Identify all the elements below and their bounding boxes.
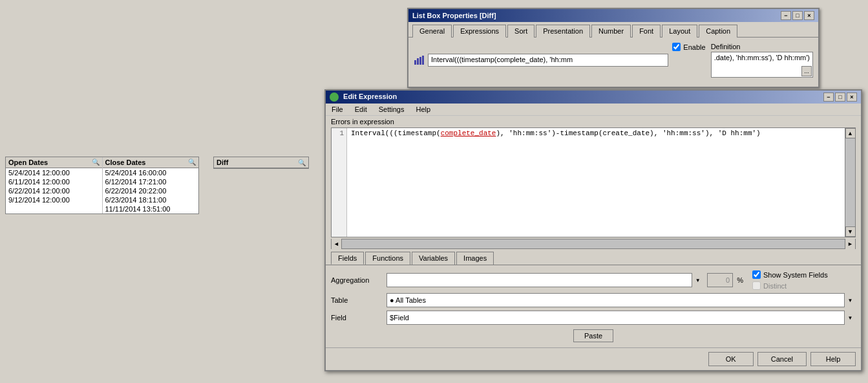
field-label: Field (331, 314, 383, 322)
desktop: Open Dates 🔍 5/24/2014 12:00:00 6/11/201… (0, 0, 868, 383)
edit-expr-titlebar-buttons: − □ × (823, 93, 857, 102)
expression-editor[interactable]: 1 Interval(((timestamp(complete_date), '… (331, 127, 856, 237)
definition-section: Definition .date), 'hh:mm:ss'), 'D hh:mm… (711, 43, 813, 78)
edit-expr-menubar: File Edit Settings Help (326, 104, 861, 116)
edit-expression-dialog: Edit Expression − □ × File Edit Settings… (324, 89, 862, 371)
menu-settings[interactable]: Settings (377, 105, 407, 114)
enable-section: Enable (672, 43, 705, 51)
tab-expressions[interactable]: Expressions (453, 25, 506, 38)
scroll-h-track[interactable] (342, 239, 845, 248)
distinct-checkbox[interactable] (752, 281, 761, 290)
table-select-wrapper: ● All Tables ▼ (386, 293, 856, 307)
show-system-fields-label: Show System Fields (763, 271, 828, 279)
aggregation-select-wrapper: ▼ (386, 273, 703, 287)
horizontal-scrollbar[interactable]: ◄ ► (331, 239, 856, 249)
diff-panel: Diff 🔍 (213, 157, 309, 169)
definition-text: .date), 'hh:mm:ss'), 'D hh:mm') (714, 54, 810, 61)
aggregation-label: Aggregation (331, 276, 383, 284)
tab-images[interactable]: Images (456, 252, 494, 265)
line-numbers: 1 (332, 128, 347, 237)
chart-icon (414, 55, 424, 65)
field-select[interactable]: $Field (386, 311, 856, 325)
expression-code[interactable]: Interval(((timestamp(complete_date), 'hh… (347, 128, 845, 237)
listbox-min-button[interactable]: − (781, 11, 791, 20)
edit-expr-max-button[interactable]: □ (835, 93, 845, 102)
open-dates-list: 5/24/2014 12:00:00 6/11/2014 12:00:00 6/… (6, 168, 102, 204)
diff-search-icon[interactable]: 🔍 (298, 159, 306, 166)
menu-file[interactable]: File (330, 105, 345, 114)
listbox-titlebar: List Box Properties [Diff] − □ × (408, 9, 818, 22)
definition-box: .date), 'hh:mm:ss'), 'D hh:mm') ... (711, 52, 813, 78)
edit-expr-close-button[interactable]: × (847, 93, 857, 102)
table-label: Table (331, 296, 383, 304)
table-select[interactable]: ● All Tables (386, 293, 856, 307)
errors-label: Errors in expression (326, 116, 861, 126)
scroll-right-button[interactable]: ► (845, 239, 855, 249)
scroll-down-button[interactable]: ▼ (845, 226, 856, 237)
list-item: 5/24/2014 12:00:00 (6, 168, 102, 177)
aggregation-select[interactable] (386, 273, 703, 287)
tab-variables[interactable]: Variables (412, 252, 455, 265)
listbox-max-button[interactable]: □ (792, 11, 803, 20)
open-dates-search-icon[interactable]: 🔍 (92, 159, 100, 166)
distinct-row: Distinct (752, 281, 856, 290)
open-dates-header: Open Dates 🔍 (6, 157, 102, 168)
edit-expr-min-button[interactable]: − (823, 93, 834, 102)
svg-rect-0 (414, 60, 416, 65)
menu-edit[interactable]: Edit (353, 105, 369, 114)
scroll-up-button[interactable]: ▲ (845, 128, 856, 138)
list-item: 6/22/2014 12:00:00 (6, 186, 102, 195)
enable-label: Enable (683, 43, 705, 51)
show-system-fields-row: Show System Fields (752, 270, 856, 279)
open-dates-column: Open Dates 🔍 5/24/2014 12:00:00 6/11/201… (6, 157, 103, 213)
dates-panel: Open Dates 🔍 5/24/2014 12:00:00 6/11/201… (5, 157, 199, 214)
expression-row: Interval(((timestamp(complete_date), 'hh… (414, 43, 813, 78)
ellipsis-button[interactable]: ... (801, 66, 812, 76)
distinct-label: Distinct (763, 282, 787, 290)
ok-button[interactable]: OK (708, 352, 754, 366)
expression-text-box[interactable]: Interval(((timestamp(complete_date), 'hh… (428, 54, 668, 67)
listbox-close-button[interactable]: × (804, 11, 814, 20)
aggregation-row: Aggregation ▼ % Show System Fields (331, 270, 856, 290)
right-side-controls: Show System Fields Distinct (752, 270, 856, 290)
tab-sort[interactable]: Sort (507, 25, 535, 38)
scroll-track[interactable] (845, 138, 855, 226)
listbox-content: Interval(((timestamp(complete_date), 'hh… (408, 38, 818, 87)
diff-label: Diff (217, 159, 228, 166)
listbox-dialog: List Box Properties [Diff] − □ × General… (407, 8, 820, 88)
definition-label: Definition (711, 43, 813, 50)
close-dates-column: Close Dates 🔍 5/24/2014 16:00:00 6/12/20… (103, 157, 199, 213)
enable-checkbox[interactable] (672, 43, 681, 51)
edit-expr-icon (330, 93, 339, 102)
tab-caption[interactable]: Caption (699, 25, 737, 38)
paste-button[interactable]: Paste (573, 329, 613, 342)
list-item: 11/11/2014 13:51:00 (103, 204, 199, 213)
field-select-wrapper: $Field ▼ (386, 311, 856, 325)
scroll-left-button[interactable]: ◄ (332, 239, 342, 249)
tab-general[interactable]: General (412, 25, 452, 38)
help-button[interactable]: Help (810, 352, 856, 366)
vertical-scrollbar[interactable]: ▲ ▼ (845, 128, 855, 237)
svg-rect-3 (422, 56, 424, 65)
show-system-fields-checkbox[interactable] (752, 270, 761, 279)
percent-input[interactable] (707, 273, 733, 287)
fields-content: Aggregation ▼ % Show System Fields (326, 265, 861, 347)
tab-functions[interactable]: Functions (365, 252, 410, 265)
tab-font[interactable]: Font (632, 25, 661, 38)
tab-fields[interactable]: Fields (331, 252, 364, 265)
list-item: 5/24/2014 16:00:00 (103, 168, 199, 177)
edit-expr-title: Edit Expression (343, 93, 397, 100)
percent-symbol: % (737, 276, 743, 284)
menu-help[interactable]: Help (414, 105, 432, 114)
list-item: 6/11/2014 12:00:00 (6, 177, 102, 186)
tab-presentation[interactable]: Presentation (536, 25, 590, 38)
edit-expr-titlebar: Edit Expression − □ × (326, 91, 861, 104)
close-dates-label: Close Dates (105, 159, 146, 166)
tab-number[interactable]: Number (591, 25, 631, 38)
table-row: Table ● All Tables ▼ (331, 293, 856, 307)
cancel-button[interactable]: Cancel (757, 352, 807, 366)
close-dates-search-icon[interactable]: 🔍 (188, 159, 196, 166)
tab-layout[interactable]: Layout (662, 25, 697, 38)
bottom-tabs: Fields Functions Variables Images (326, 249, 861, 265)
listbox-title: List Box Properties [Diff] (412, 12, 496, 19)
